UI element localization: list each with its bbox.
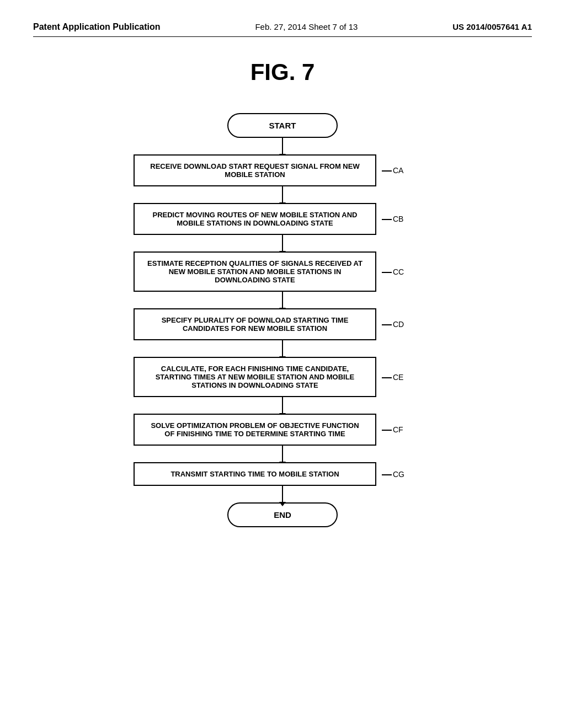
- step-box-CG: TRANSMIT STARTING TIME TO MOBILE STATION: [134, 462, 376, 486]
- arrow-3: [282, 292, 283, 308]
- step-row-CC: ESTIMATE RECEPTION QUALITIES OF SIGNALS …: [134, 251, 431, 292]
- arrow-6: [282, 446, 283, 462]
- step-label-CE: CE: [382, 373, 403, 382]
- step-box-CB: PREDICT MOVING ROUTES OF NEW MOBILE STAT…: [134, 203, 376, 235]
- step-row-CB: PREDICT MOVING ROUTES OF NEW MOBILE STAT…: [134, 203, 431, 235]
- step-box-CF: SOLVE OPTIMIZATION PROBLEM OF OBJECTIVE …: [134, 414, 376, 446]
- arrow-4: [282, 340, 283, 357]
- step-label-CG: CG: [382, 470, 404, 479]
- arrow-7: [282, 486, 283, 502]
- step-label-CC: CC: [382, 267, 404, 276]
- step-box-CD: SPECIFY PLURALITY OF DOWNLOAD STARTING T…: [134, 308, 376, 340]
- arrow-5: [282, 397, 283, 414]
- step-row-CG: TRANSMIT STARTING TIME TO MOBILE STATION…: [134, 462, 431, 486]
- step-box-CC: ESTIMATE RECEPTION QUALITIES OF SIGNALS …: [134, 251, 376, 292]
- step-row-CE: CALCULATE, FOR EACH FINISHING TIME CANDI…: [134, 357, 431, 397]
- step-row-CD: SPECIFY PLURALITY OF DOWNLOAD STARTING T…: [134, 308, 431, 340]
- arrow-0: [282, 138, 283, 154]
- arrow-2: [282, 235, 283, 251]
- step-label-CF: CF: [382, 425, 403, 434]
- step-box-CA: RECEIVE DOWNLOAD START REQUEST SIGNAL FR…: [134, 154, 376, 186]
- page-header: Patent Application Publication Feb. 27, …: [33, 22, 532, 37]
- step-label-CD: CD: [382, 320, 404, 329]
- page: Patent Application Publication Feb. 27, …: [0, 0, 565, 728]
- step-row-CF: SOLVE OPTIMIZATION PROBLEM OF OBJECTIVE …: [134, 414, 431, 446]
- figure-title: FIG. 7: [33, 59, 532, 85]
- flowchart: START RECEIVE DOWNLOAD START REQUEST SIG…: [117, 113, 448, 527]
- patent-number-label: US 2014/0057641 A1: [452, 22, 532, 31]
- date-sheet-label: Feb. 27, 2014 Sheet 7 of 13: [255, 22, 358, 31]
- arrow-1: [282, 186, 283, 203]
- step-label-CB: CB: [382, 215, 403, 223]
- step-row-CA: RECEIVE DOWNLOAD START REQUEST SIGNAL FR…: [134, 154, 431, 186]
- start-node: START: [227, 113, 338, 138]
- publication-label: Patent Application Publication: [33, 22, 161, 32]
- step-box-CE: CALCULATE, FOR EACH FINISHING TIME CANDI…: [134, 357, 376, 397]
- step-label-CA: CA: [382, 166, 403, 175]
